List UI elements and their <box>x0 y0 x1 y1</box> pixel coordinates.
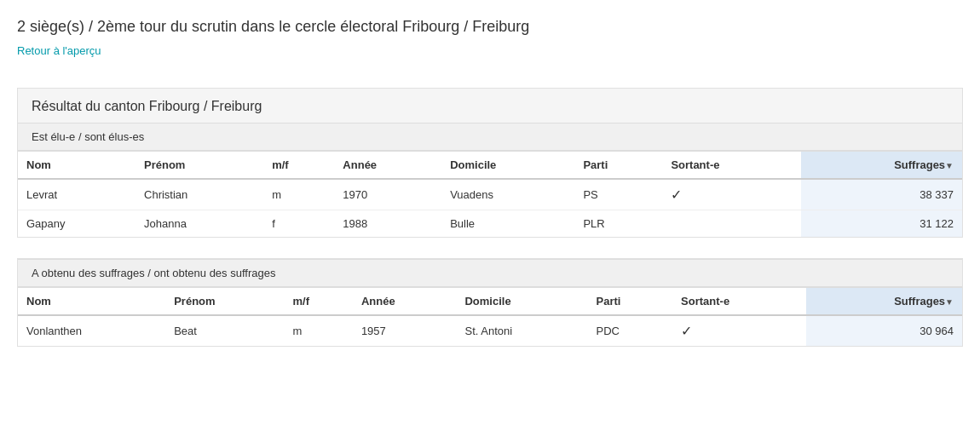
obtained-table-header-row: Nom Prénom m/f Année Domicile Parti Sort… <box>18 288 962 316</box>
elected-table-header-row: Nom Prénom m/f Année Domicile Parti Sort… <box>18 152 962 180</box>
col-header-domicile2: Domicile <box>456 288 587 316</box>
col-header-prenom: Prénom <box>135 152 263 180</box>
col-header-sortante2: Sortant-e <box>672 288 806 316</box>
col-header-annee2: Année <box>353 288 457 316</box>
cell-nom: Levrat <box>18 179 135 210</box>
col-header-mf: m/f <box>263 152 334 180</box>
obtained-section-box: A obtenu des suffrages / ont obtenu des … <box>17 258 963 347</box>
col-header-parti: Parti <box>574 152 662 180</box>
cell-prenom: Beat <box>165 315 284 346</box>
col-header-parti2: Parti <box>588 288 673 316</box>
col-header-suffrages[interactable]: Suffrages▼ <box>801 152 962 180</box>
elected-section-label: Est élu-e / sont élus-es <box>18 123 962 151</box>
sort-arrow-icon: ▼ <box>945 161 954 170</box>
cell-domicile: Bulle <box>441 210 574 238</box>
sort-arrow-icon2: ▼ <box>945 297 954 307</box>
canton-title: Résultat du canton Fribourg / Freiburg <box>32 99 262 113</box>
cell-domicile: St. Antoni <box>456 315 587 346</box>
cell-annee: 1957 <box>353 315 457 346</box>
checkmark-icon: ✓ <box>671 187 682 202</box>
table-row: Levrat Christian m 1970 Vuadens PS ✓ 38 … <box>18 179 962 210</box>
page-title: 2 siège(s) / 2ème tour du scrutin dans l… <box>17 17 963 37</box>
col-header-annee: Année <box>334 152 441 180</box>
cell-nom: Vonlanthen <box>18 315 165 346</box>
obtained-section-label: A obtenu des suffrages / ont obtenu des … <box>18 259 962 287</box>
cell-sortante: ✓ <box>662 179 800 210</box>
col-header-mf2: m/f <box>284 288 352 316</box>
cell-suffrages: 30 964 <box>806 315 962 346</box>
cell-parti: PS <box>574 179 662 210</box>
cell-prenom: Johanna <box>135 210 263 238</box>
cell-mf: f <box>263 210 334 238</box>
cell-mf: m <box>284 315 352 346</box>
table-row: Gapany Johanna f 1988 Bulle PLR 31 122 <box>18 210 962 238</box>
cell-annee: 1988 <box>334 210 441 238</box>
table-row: Vonlanthen Beat m 1957 St. Antoni PDC ✓ … <box>18 315 962 346</box>
cell-nom: Gapany <box>18 210 135 238</box>
col-header-nom: Nom <box>18 152 135 180</box>
cell-mf: m <box>263 179 334 210</box>
elected-table: Nom Prénom m/f Année Domicile Parti Sort… <box>18 151 962 237</box>
cell-prenom: Christian <box>135 179 263 210</box>
cell-domicile: Vuadens <box>441 179 574 210</box>
main-content: Résultat du canton Fribourg / Freiburg E… <box>17 88 963 347</box>
canton-section-header: Résultat du canton Fribourg / Freiburg <box>18 89 962 123</box>
obtained-table: Nom Prénom m/f Année Domicile Parti Sort… <box>18 287 962 346</box>
cell-suffrages: 38 337 <box>801 179 962 210</box>
back-link[interactable]: Retour à l'aperçu <box>17 44 101 57</box>
col-header-sortante: Sortant-e <box>662 152 800 180</box>
col-header-suffrages2[interactable]: Suffrages▼ <box>806 288 962 316</box>
cell-parti: PDC <box>588 315 673 346</box>
cell-annee: 1970 <box>334 179 441 210</box>
col-header-prenom2: Prénom <box>165 288 284 316</box>
checkmark-icon: ✓ <box>681 324 692 338</box>
col-header-nom2: Nom <box>18 288 165 316</box>
cell-sortante <box>662 210 800 238</box>
obtained-section: A obtenu des suffrages / ont obtenu des … <box>17 258 963 347</box>
canton-section: Résultat du canton Fribourg / Freiburg E… <box>17 88 963 238</box>
cell-sortante: ✓ <box>672 315 806 346</box>
cell-parti: PLR <box>574 210 662 238</box>
col-header-domicile: Domicile <box>441 152 574 180</box>
cell-suffrages: 31 122 <box>801 210 962 238</box>
